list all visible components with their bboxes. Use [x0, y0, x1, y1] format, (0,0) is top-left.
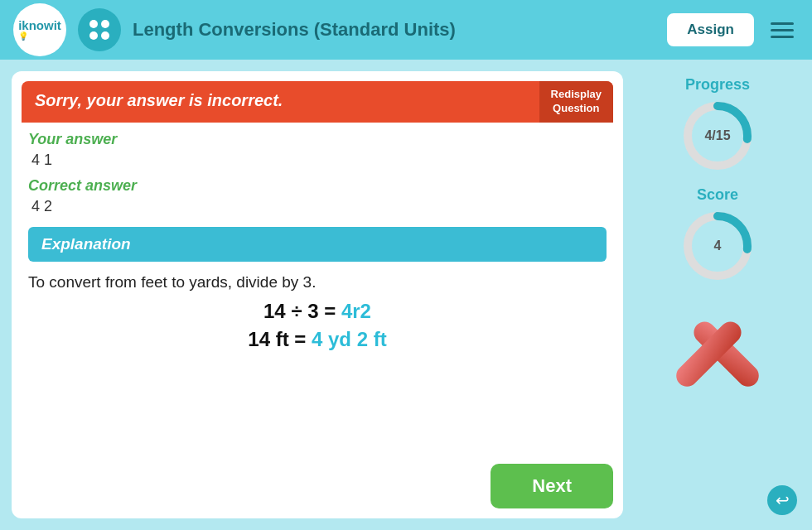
math-line-1: 14 ÷ 3 = 4r2: [28, 300, 607, 323]
correct-answer-value: 4 2: [28, 198, 607, 215]
progress-value: 4/15: [704, 128, 730, 143]
your-answer-value: 4 1: [28, 152, 607, 169]
hamburger-line-2: [771, 29, 794, 31]
math2-prefix: 14 ft =: [248, 328, 312, 350]
explanation-header: Explanation: [28, 227, 607, 262]
header-title: Length Conversions (Standard Units): [133, 19, 655, 41]
math1-prefix: 14 ÷ 3 =: [263, 300, 341, 322]
math-line-2: 14 ft = 4 yd 2 ft: [28, 328, 607, 351]
left-panel: Sorry, your answer is incorrect. Redispl…: [12, 71, 623, 518]
menu-button[interactable]: [766, 17, 799, 43]
film-dots: [89, 20, 109, 40]
film-icon: [78, 8, 121, 51]
content-area: Your answer 4 1 Correct answer 4 2 Expla…: [12, 123, 623, 455]
header: iknowit 💡 Length Conversions (Standard U…: [0, 0, 812, 60]
film-dot-2: [101, 20, 109, 28]
film-dot-1: [89, 20, 98, 28]
right-panel: Progress 4/15 Score 4: [635, 71, 800, 518]
math1-highlight: 4r2: [341, 300, 371, 322]
logo: iknowit 💡: [13, 3, 66, 56]
progress-donut: 4/15: [680, 99, 755, 173]
score-donut: 4: [680, 209, 755, 283]
back-arrow-button[interactable]: ↩: [767, 485, 797, 515]
score-value: 4: [714, 238, 722, 253]
hamburger-line-1: [771, 22, 794, 25]
x-mark-svg: [672, 300, 763, 391]
correct-answer-label: Correct answer: [28, 177, 607, 195]
math2-highlight: 4 yd 2 ft: [312, 328, 387, 350]
incorrect-banner: Sorry, your answer is incorrect. Redispl…: [22, 81, 613, 123]
film-dot-3: [89, 31, 98, 40]
main-container: Sorry, your answer is incorrect. Redispl…: [0, 60, 812, 530]
assign-button[interactable]: Assign: [667, 13, 754, 46]
explanation-body: To convert from feet to yards, divide by…: [28, 273, 607, 292]
score-label: Score: [697, 186, 738, 204]
score-section: Score 4: [680, 186, 755, 283]
progress-label: Progress: [685, 76, 750, 94]
next-btn-row: Next: [12, 455, 623, 518]
logo-bulb-icon: 💡: [18, 31, 61, 41]
back-arrow-row: ↩: [767, 485, 800, 518]
next-button[interactable]: Next: [491, 464, 613, 508]
progress-section: Progress 4/15: [680, 76, 755, 173]
film-dot-4: [101, 31, 109, 40]
incorrect-text: Sorry, your answer is incorrect.: [22, 81, 539, 123]
your-answer-label: Your answer: [28, 131, 607, 148]
redisplay-button[interactable]: RedisplayQuestion: [539, 81, 613, 123]
logo-text: iknowit: [18, 19, 61, 31]
hamburger-line-3: [771, 36, 794, 38]
x-mark: [672, 300, 763, 391]
